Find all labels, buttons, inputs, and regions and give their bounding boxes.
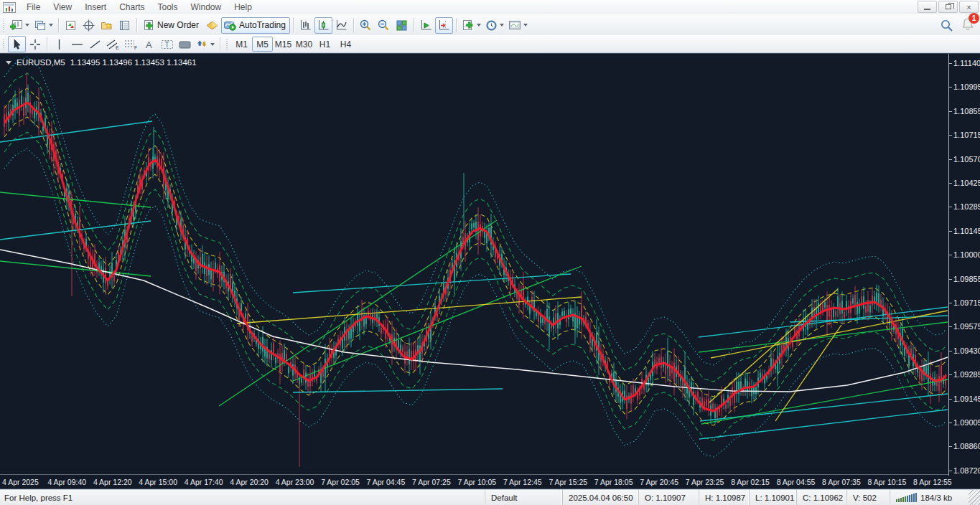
- auto-scroll-icon: [420, 19, 432, 32]
- navigator-icon: [101, 19, 113, 32]
- toolbar-right-cluster: 1: [940, 17, 974, 34]
- new-chart-icon: [10, 19, 23, 32]
- timeframe-m5[interactable]: M5: [252, 37, 273, 52]
- data-window-button[interactable]: [80, 17, 98, 34]
- periods-button[interactable]: [483, 17, 506, 34]
- price-axis[interactable]: 1.111401.109951.108551.107151.105701.104…: [948, 54, 980, 476]
- chart-window[interactable]: EURUSD,M5 1.13495 1.13496 1.13453 1.1346…: [0, 53, 980, 489]
- arrow-objects-dropdown-caret[interactable]: [210, 43, 215, 46]
- crosshair-icon: [29, 39, 41, 50]
- time-axis[interactable]: 4 Apr 20254 Apr 09:404 Apr 12:204 Apr 15…: [0, 474, 948, 489]
- connection-bars-icon: [896, 493, 917, 502]
- menu-window[interactable]: Window: [185, 1, 228, 14]
- menu-help[interactable]: Help: [228, 1, 258, 14]
- price-tick: 1.09285: [953, 370, 980, 379]
- resize-grip[interactable]: [969, 490, 980, 505]
- status-profile[interactable]: Default: [485, 490, 562, 505]
- close-button[interactable]: ×: [959, 1, 979, 13]
- horizontal-line-button[interactable]: [68, 36, 86, 52]
- toolbar-grip[interactable]: [2, 17, 6, 33]
- crosshair-button[interactable]: [26, 36, 44, 52]
- time-tick: 7 Apr 10:05: [458, 478, 497, 486]
- timeframe-m30[interactable]: M30: [294, 37, 314, 52]
- metaquotes-button[interactable]: [203, 17, 221, 34]
- chart-collapse-icon[interactable]: [6, 61, 11, 65]
- autotrading-button[interactable]: AutoTrading: [221, 17, 290, 34]
- chart-candles-button[interactable]: [314, 17, 332, 34]
- chart-shift-button[interactable]: [435, 17, 453, 34]
- chart-bars-button[interactable]: [297, 17, 314, 34]
- price-tick: 1.10285: [953, 202, 980, 211]
- time-tick: 4 Apr 20:20: [230, 478, 269, 486]
- navigator-button[interactable]: [98, 17, 116, 34]
- price-tick: 1.10855: [953, 107, 980, 115]
- time-tick: 7 Apr 02:05: [321, 478, 360, 486]
- periods-dropdown-caret[interactable]: [500, 24, 504, 27]
- menu-file[interactable]: File: [20, 1, 47, 14]
- minimize-icon: [924, 9, 930, 10]
- envelope-bands: [4, 57, 946, 457]
- notifications-button[interactable]: 1: [961, 17, 974, 34]
- new-chart-button[interactable]: [8, 17, 32, 34]
- tile-windows-button[interactable]: [393, 17, 411, 34]
- chart-line-button[interactable]: [332, 17, 350, 34]
- timeframe-h1[interactable]: H1: [314, 37, 335, 52]
- time-tick: 8 Apr 02:15: [731, 478, 770, 486]
- price-tick: 1.10145: [953, 227, 980, 235]
- toolbar-separator: [220, 37, 220, 52]
- templates-dropdown-caret[interactable]: [523, 24, 528, 27]
- data-window-icon: [83, 19, 95, 32]
- close-icon: ×: [966, 3, 971, 11]
- time-tick: 7 Apr 07:25: [412, 478, 451, 486]
- price-tick: 1.10570: [953, 155, 980, 164]
- vertical-line-button[interactable]: [50, 36, 68, 52]
- toolbar-grip[interactable]: [225, 37, 229, 50]
- profiles-button[interactable]: [32, 17, 55, 34]
- connection-traffic-label: 184/3 kb: [920, 494, 952, 502]
- window-controls: ×: [918, 1, 979, 13]
- line-studies-toolbar: E F A T M1 M5 M15 M30 H1 H4: [0, 35, 980, 53]
- toolbar-grip[interactable]: [2, 37, 6, 50]
- shapes-button[interactable]: [176, 36, 194, 52]
- new-order-button[interactable]: New Order: [140, 17, 203, 34]
- terminal-icon: [118, 19, 131, 32]
- zoom-out-button[interactable]: [375, 17, 393, 34]
- search-icon[interactable]: [940, 19, 954, 33]
- templates-button[interactable]: [506, 17, 530, 34]
- toolbar-separator: [47, 37, 47, 52]
- time-tick: 7 Apr 15:25: [549, 478, 587, 486]
- price-tick: 1.09145: [953, 395, 980, 403]
- text-label-button[interactable]: T: [158, 36, 176, 52]
- text-button[interactable]: A: [140, 36, 158, 52]
- price-tick: 1.08860: [953, 442, 980, 450]
- timeframe-h4[interactable]: H4: [335, 37, 356, 52]
- notification-badge: 1: [969, 13, 979, 24]
- auto-scroll-button[interactable]: [417, 17, 435, 34]
- svg-text:A: A: [146, 39, 152, 50]
- arrow-objects-icon: [196, 39, 208, 50]
- menu-tools[interactable]: Tools: [151, 1, 185, 14]
- price-tick: 1.10995: [953, 82, 980, 91]
- terminal-button[interactable]: [116, 17, 134, 34]
- zoom-in-button[interactable]: [357, 17, 375, 34]
- chart-plot-canvas[interactable]: [0, 54, 948, 476]
- cursor-button[interactable]: [8, 36, 26, 52]
- status-connection[interactable]: 184/3 kb: [890, 490, 969, 505]
- indicators-dropdown-caret[interactable]: [477, 24, 481, 27]
- profiles-dropdown-caret[interactable]: [49, 24, 53, 27]
- menu-charts[interactable]: Charts: [113, 1, 151, 14]
- minimize-button[interactable]: [918, 1, 937, 13]
- equidistant-channel-button[interactable]: E: [104, 36, 122, 52]
- market-watch-button[interactable]: [62, 17, 80, 34]
- high-label: H: 1.10987: [705, 494, 745, 502]
- arrow-objects-button[interactable]: [194, 36, 217, 52]
- trendline-button[interactable]: [86, 36, 104, 52]
- menu-view[interactable]: View: [47, 1, 78, 14]
- timeframe-m1[interactable]: M1: [231, 37, 252, 52]
- indicators-button[interactable]: [459, 17, 483, 34]
- fibonacci-button[interactable]: F: [122, 36, 140, 52]
- restore-button[interactable]: [938, 1, 958, 13]
- timeframe-m15[interactable]: M15: [273, 37, 294, 52]
- menu-insert[interactable]: Insert: [78, 1, 113, 14]
- new-chart-dropdown-caret[interactable]: [25, 24, 29, 27]
